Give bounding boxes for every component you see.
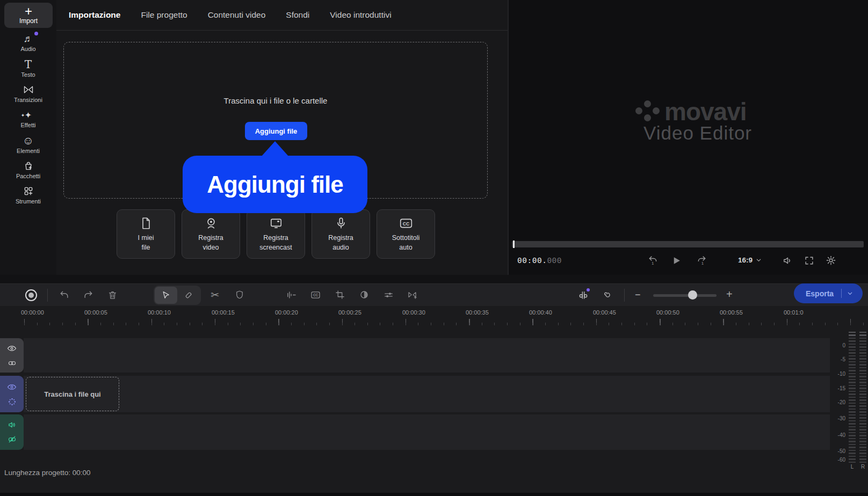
sidebar-item-import[interactable]: + Import — [4, 3, 53, 28]
add-file-button[interactable]: Aggiungi file — [245, 122, 307, 140]
bottom-scrollbar-strip[interactable] — [0, 493, 868, 496]
tab-sfondi[interactable]: Sfondi — [286, 10, 309, 20]
divider-band — [0, 275, 868, 283]
redo-button[interactable] — [83, 290, 93, 301]
jump-back-button[interactable]: 1 — [647, 255, 659, 266]
pointer-tool-button[interactable] — [155, 287, 177, 304]
tab-importazione[interactable]: Importazione — [69, 10, 120, 20]
sidebar-item-strumenti[interactable]: Strumenti — [0, 183, 56, 207]
tag-tool-button[interactable] — [178, 287, 199, 304]
gear-icon[interactable] — [826, 255, 836, 266]
auto-subtitles-button[interactable]: CC Sottotitoli auto — [377, 209, 435, 259]
meter-label: -50 — [824, 448, 845, 454]
delete-button[interactable] — [107, 290, 118, 300]
audio-track-lane[interactable] — [24, 414, 830, 450]
shield-marker-button[interactable] — [235, 290, 244, 300]
preview-seekbar[interactable] — [512, 241, 864, 247]
toolbar-divider — [47, 289, 48, 302]
audio-levels-button[interactable] — [578, 290, 589, 301]
audio-track-header — [0, 414, 24, 450]
tab-file-progetto[interactable]: File progetto — [141, 10, 187, 20]
sidebar-item-audio[interactable]: ♬ Audio — [0, 30, 56, 55]
overlay-track-header — [0, 338, 24, 373]
export-button[interactable]: Esporta — [794, 283, 863, 303]
tab-contenuti-video[interactable]: Contenuti video — [208, 10, 266, 20]
movavi-logo-dot — [635, 107, 642, 114]
record-video-button[interactable]: Registra video — [182, 209, 240, 259]
top-section: + Import ♬ Audio T Testo Transizioni ✦✦ … — [0, 0, 868, 275]
meter-label: -5 — [824, 356, 845, 362]
chevron-down-icon — [756, 257, 762, 263]
record-screencast-button[interactable]: Registra screencast — [247, 209, 305, 259]
record-button[interactable] — [25, 289, 37, 301]
crop-button[interactable] — [335, 290, 345, 300]
meter-label: -15 — [824, 385, 845, 391]
unlink-icon[interactable] — [8, 435, 17, 444]
video-track-lane[interactable] — [24, 376, 830, 412]
volume-icon[interactable] — [783, 256, 793, 266]
ruler-label: 00:00:00 — [21, 309, 44, 316]
movavi-wordmark: movavi — [664, 97, 747, 126]
zoom-slider-thumb[interactable] — [688, 290, 697, 300]
ruler-minor-ticks — [24, 323, 868, 325]
filters-sliders-button[interactable] — [384, 290, 394, 300]
sidebar-item-testo[interactable]: T Testo — [0, 56, 56, 81]
transition-icon — [23, 84, 34, 96]
sparkles-icon: ✦✦ — [25, 109, 32, 121]
speaker-icon[interactable] — [8, 420, 17, 429]
ruler-label: 00:01:0 — [784, 309, 804, 316]
jump-forward-button[interactable]: 1 — [696, 255, 707, 266]
action-label: Registra audio — [328, 233, 353, 252]
motion-swirl-button[interactable] — [603, 290, 613, 300]
audio-meter-cap — [859, 332, 866, 336]
sidebar-item-effetti[interactable]: ✦✦ Effetti — [0, 106, 56, 131]
eye-icon[interactable] — [7, 344, 17, 353]
add-file-tooltip: Aggiungi file — [183, 156, 367, 213]
zoom-in-button[interactable]: + — [726, 288, 733, 301]
subtitles-button[interactable]: CC — [310, 290, 321, 300]
play-button[interactable] — [671, 256, 682, 266]
zoom-out-button[interactable]: − — [635, 289, 641, 301]
add-transition-button[interactable] — [408, 290, 418, 300]
action-label: Registra video — [198, 233, 223, 252]
sidebar-item-elementi[interactable]: ☺ Elementi — [0, 132, 56, 157]
sidebar-item-pacchetti[interactable]: Pacchetti — [0, 157, 56, 182]
microphone-icon — [334, 216, 348, 230]
preview-timecode: 00:00.000 — [517, 256, 562, 265]
tab-video-introduttivi[interactable]: Video introduttivi — [330, 10, 391, 20]
shopping-bag-icon — [23, 160, 34, 172]
timeline-drop-placeholder[interactable]: Trascina i file qui — [26, 377, 119, 411]
overlay-track-lane[interactable] — [24, 338, 830, 373]
record-audio-button[interactable]: Registra audio — [312, 209, 370, 259]
new-badge-dot — [34, 32, 38, 35]
screen-icon — [269, 216, 283, 230]
webcam-icon — [204, 216, 218, 230]
color-contrast-button[interactable] — [359, 290, 369, 300]
new-badge-dot — [587, 288, 590, 291]
ruler-label: 00:00:25 — [338, 309, 361, 316]
ruler-label: 00:00:40 — [529, 309, 552, 316]
ruler-label: 00:00:50 — [656, 309, 679, 316]
ruler-label: 00:00:10 — [148, 309, 171, 316]
ruler-label: 00:00:45 — [593, 309, 616, 316]
eye-icon[interactable] — [7, 382, 17, 392]
fullscreen-icon[interactable] — [804, 256, 814, 266]
ruler-label: 00:00:20 — [275, 309, 298, 316]
sidebar-item-transizioni[interactable]: Transizioni — [0, 81, 56, 106]
seekbar-playhead[interactable] — [513, 240, 515, 248]
aspect-ratio-select[interactable]: 16:9 — [738, 256, 762, 264]
burst-icon[interactable] — [8, 397, 17, 406]
drop-placeholder-text: Trascina i file qui — [44, 390, 100, 398]
undo-button[interactable] — [59, 290, 70, 301]
timeline-zoom-slider[interactable] — [653, 294, 717, 297]
ruler-label: 00:00:05 — [84, 309, 107, 316]
link-icon[interactable] — [8, 359, 17, 368]
split-scissors-button[interactable]: ✂ — [211, 289, 219, 301]
file-icon — [139, 216, 153, 230]
selection-tool-group — [154, 286, 201, 305]
plus-icon: + — [25, 6, 32, 16]
audio-edit-button[interactable] — [286, 290, 296, 300]
my-files-button[interactable]: I miei file — [117, 209, 175, 259]
audio-meter-right — [859, 332, 866, 463]
meter-label: -30 — [824, 415, 845, 421]
